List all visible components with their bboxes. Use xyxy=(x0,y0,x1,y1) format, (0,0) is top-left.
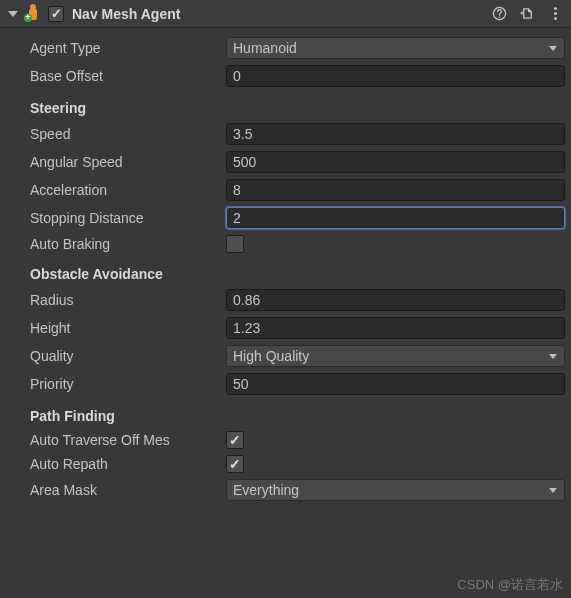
priority-label: Priority xyxy=(30,376,226,392)
speed-row: Speed xyxy=(6,120,565,148)
path-finding-heading: Path Finding xyxy=(6,398,565,428)
auto-traverse-label: Auto Traverse Off Mes xyxy=(30,432,226,448)
angular-speed-label: Angular Speed xyxy=(30,154,226,170)
presets-icon[interactable] xyxy=(519,6,535,22)
stopping-distance-row: Stopping Distance xyxy=(6,204,565,232)
context-menu-icon[interactable] xyxy=(547,6,563,22)
acceleration-row: Acceleration xyxy=(6,176,565,204)
priority-input[interactable] xyxy=(226,373,565,395)
auto-repath-label: Auto Repath xyxy=(30,456,226,472)
stopping-distance-input[interactable] xyxy=(226,207,565,229)
enable-checkbox[interactable] xyxy=(48,6,64,22)
component-title: Nav Mesh Agent xyxy=(72,6,491,22)
base-offset-input[interactable] xyxy=(226,65,565,87)
auto-braking-checkbox[interactable] xyxy=(226,235,244,253)
auto-traverse-checkbox[interactable] xyxy=(226,431,244,449)
auto-braking-row: Auto Braking xyxy=(6,232,565,256)
auto-traverse-row: Auto Traverse Off Mes xyxy=(6,428,565,452)
component-body: Agent Type Humanoid Base Offset Steering… xyxy=(0,28,571,504)
acceleration-label: Acceleration xyxy=(30,182,226,198)
nav-mesh-agent-icon: + xyxy=(24,5,42,23)
height-row: Height xyxy=(6,314,565,342)
foldout-toggle[interactable] xyxy=(8,11,18,17)
obstacle-heading: Obstacle Avoidance xyxy=(6,256,565,286)
component-header: + Nav Mesh Agent xyxy=(0,0,571,28)
speed-label: Speed xyxy=(30,126,226,142)
priority-row: Priority xyxy=(6,370,565,398)
agent-type-label: Agent Type xyxy=(30,40,226,56)
height-label: Height xyxy=(30,320,226,336)
quality-dropdown[interactable]: High Quality xyxy=(226,345,565,367)
height-input[interactable] xyxy=(226,317,565,339)
quality-row: Quality High Quality xyxy=(6,342,565,370)
radius-row: Radius xyxy=(6,286,565,314)
agent-type-dropdown[interactable]: Humanoid xyxy=(226,37,565,59)
auto-repath-checkbox[interactable] xyxy=(226,455,244,473)
acceleration-input[interactable] xyxy=(226,179,565,201)
auto-repath-row: Auto Repath xyxy=(6,452,565,476)
svg-point-1 xyxy=(498,17,500,19)
auto-braking-label: Auto Braking xyxy=(30,236,226,252)
area-mask-dropdown[interactable]: Everything xyxy=(226,479,565,501)
area-mask-row: Area Mask Everything xyxy=(6,476,565,504)
steering-heading: Steering xyxy=(6,90,565,120)
area-mask-label: Area Mask xyxy=(30,482,226,498)
help-icon[interactable] xyxy=(491,6,507,22)
base-offset-label: Base Offset xyxy=(30,68,226,84)
header-actions xyxy=(491,6,563,22)
radius-label: Radius xyxy=(30,292,226,308)
quality-label: Quality xyxy=(30,348,226,364)
angular-speed-input[interactable] xyxy=(226,151,565,173)
base-offset-row: Base Offset xyxy=(6,62,565,90)
watermark: CSDN @诺言若水 xyxy=(457,576,563,594)
stopping-distance-label: Stopping Distance xyxy=(30,210,226,226)
speed-input[interactable] xyxy=(226,123,565,145)
angular-speed-row: Angular Speed xyxy=(6,148,565,176)
agent-type-row: Agent Type Humanoid xyxy=(6,34,565,62)
radius-input[interactable] xyxy=(226,289,565,311)
